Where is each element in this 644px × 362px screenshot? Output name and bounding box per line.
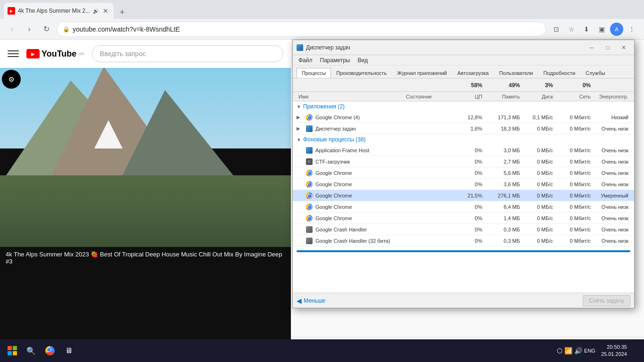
tab-details[interactable]: Подробности (538, 68, 580, 78)
end-task-button[interactable]: Снять задачу (583, 295, 630, 306)
col-header-cpu[interactable]: ЦП (451, 93, 484, 100)
bg-row-chrome2[interactable]: ▶ Google Chrome 0% 3,6 МБ 0 МБ/с 0 Мбит/… (293, 179, 634, 190)
chrome-expand[interactable]: ▶ (297, 115, 304, 120)
tab-performance[interactable]: Производительность (331, 68, 392, 78)
bg-row-chrome1[interactable]: ▶ Google Chrome 0% 5,6 МБ 0 МБ/с 0 Мбит/… (293, 167, 634, 179)
show-desktop-button[interactable] (629, 345, 640, 356)
tab-startup[interactable]: Автозагрузка (452, 68, 494, 78)
appframe-cpu: 0% (451, 148, 484, 153)
save-icon[interactable]: ⬇ (580, 23, 593, 36)
section-background[interactable]: ▼ Фоновые процессы (38) (293, 134, 634, 145)
cast-icon[interactable]: ⊡ (550, 23, 563, 36)
menu-view[interactable]: Вид (354, 56, 372, 65)
sys-sound[interactable]: 🔊 (574, 347, 582, 354)
youtube-search-bar[interactable]: Введіть запрос (92, 45, 283, 62)
stats-disk: 3% (522, 82, 555, 89)
col-header-disk[interactable]: Диск (522, 93, 555, 100)
profile-icon[interactable]: A (610, 23, 623, 36)
crash2-disk: 0 МБ/с (522, 238, 555, 244)
app-row-chrome[interactable]: ▶ Google Chrome (4) 12,8% 171,3 МБ 0,1 М… (293, 112, 634, 123)
tab-close-button[interactable]: ✕ (101, 7, 110, 15)
chrome-app-disk: 0,1 МБ/с (522, 115, 555, 120)
app-row-taskman[interactable]: ▶ Диспетчер задач 1,6% 18,3 МБ 0 МБ/с 0 … (293, 123, 634, 134)
col-header-network[interactable]: Сеть (555, 93, 593, 100)
crash2-energy: Очень низк (593, 238, 630, 244)
browser-tab-active[interactable]: ▶ 4k The Alps Summer Mix 2... 🔊 ✕ (4, 3, 114, 19)
back-button[interactable]: ‹ (6, 23, 19, 36)
refresh-button[interactable]: ↻ (40, 23, 53, 36)
sys-wifi[interactable]: 📶 (564, 347, 572, 354)
taskbar-search[interactable]: 🔍 (23, 342, 40, 359)
col-header-energy[interactable]: Энергопотр. (593, 93, 630, 100)
chrome-bg5-icon (306, 215, 313, 222)
stats-network: 0% (555, 82, 593, 89)
chrome-bg2-net: 0 Мбит/с (555, 181, 593, 187)
tab-audio-icon[interactable]: 🔊 (93, 8, 99, 14)
taskman-maximize-button[interactable]: □ (601, 42, 614, 53)
video-title: 4k The Alps Summer Mix 2023 🍓 Best Of Tr… (0, 247, 291, 269)
bg-row-crash1[interactable]: ▶ Google Crash Handler 0% 0,3 МБ 0 МБ/с … (293, 224, 634, 235)
col-header-name[interactable]: Имя (297, 93, 404, 100)
sidebar-toggle-icon[interactable]: ▣ (595, 23, 608, 36)
less-button[interactable]: ◀ Меньше (297, 297, 325, 304)
menu-file[interactable]: Файл (295, 56, 316, 65)
menu-parameters[interactable]: Параметры (316, 56, 354, 65)
col-header-state[interactable]: Состояние (404, 93, 451, 100)
bg-row-appframe[interactable]: ▶ Application Frame Host 0% 3,0 МБ 0 МБ/… (293, 145, 634, 156)
video-content: ⊙ (0, 68, 291, 247)
bookmark-icon[interactable]: ☆ (565, 23, 578, 36)
sys-lang[interactable]: ENG (584, 348, 595, 354)
taskbar-sys-tray: ⬡ 📶 🔊 ENG (553, 347, 599, 354)
task-manager-content: ▼ Приложения (2) ▶ Google Chrome (4) 12,… (293, 101, 634, 293)
taskman-minimize-button[interactable]: ─ (585, 42, 598, 53)
yt-menu-icon[interactable] (8, 48, 19, 59)
ctf-disk: 0 МБ/с (522, 159, 555, 165)
tab-favicon: ▶ (8, 7, 15, 15)
taskman-close-button[interactable]: ✕ (617, 42, 630, 53)
taskbar-other[interactable]: 🖥 (60, 342, 77, 359)
bg-row-chrome5[interactable]: ▶ Google Chrome 0% 1,4 МБ 0 МБ/с 0 Мбит/… (293, 213, 634, 224)
menu-button[interactable]: ⋮ (625, 23, 638, 36)
ctf-icon: K (306, 158, 313, 165)
tab-services[interactable]: Службы (580, 68, 611, 78)
mountain-3 (118, 90, 240, 184)
chrome-app-name: Google Chrome (4) (315, 115, 404, 120)
bg-row-ctf[interactable]: ▶ K CTF-загрузчик 0% 2,7 МБ 0 МБ/с 0 Мби… (293, 156, 634, 167)
chrome-bg5-mem: 1,4 МБ (484, 215, 522, 221)
taskbar-chrome[interactable] (41, 342, 58, 359)
task-manager-titlebar: Диспетчер задач ─ □ ✕ (293, 40, 634, 55)
appframe-net: 0 Мбит/с (555, 148, 593, 153)
mountain-snow (94, 120, 123, 148)
taskbar-clock[interactable]: 20:50:35 25.01.2024 (601, 344, 627, 358)
bg-row-chrome3[interactable]: ▶ Google Chrome 21,5% 276,1 МБ 0 МБ/с 0 … (293, 190, 634, 201)
forward-button[interactable]: › (23, 23, 36, 36)
chrome-bg2-name: Google Chrome (315, 181, 404, 187)
col-header-memory[interactable]: Память (484, 93, 522, 100)
less-label: Меньше (304, 297, 325, 304)
start-button[interactable] (4, 342, 21, 359)
bg-row-crash2[interactable]: ▶ Google Crash Handler (32 бита) 0% 0,3 … (293, 235, 634, 247)
bg-row-chrome4[interactable]: ▶ Google Chrome 0% 8,4 МБ 0 МБ/с 0 Мбит/… (293, 201, 634, 213)
chrome-bg4-name: Google Chrome (315, 204, 404, 210)
video-player[interactable]: ⊙ (0, 68, 291, 247)
section-apps[interactable]: ▼ Приложения (2) (293, 101, 634, 112)
browser-nav-icons: ⊡ ☆ ⬇ ▣ A ⋮ (550, 23, 638, 36)
youtube-header: YouTube UA Введіть запрос (0, 40, 291, 68)
chrome-bg1-mem: 5,6 МБ (484, 170, 522, 176)
tab-processes[interactable]: Процессы (297, 68, 331, 78)
channel-icon: ⊙ (2, 70, 21, 89)
crash1-mem: 0,3 МБ (484, 227, 522, 232)
section-background-arrow: ▼ (297, 137, 301, 142)
chrome-bg2-icon (306, 181, 313, 188)
tab-users[interactable]: Пользователи (494, 68, 538, 78)
crash2-mem: 0,3 МБ (484, 238, 522, 244)
new-tab-button[interactable]: + (116, 6, 129, 19)
sys-bluetooth[interactable]: ⬡ (557, 347, 562, 354)
tab-app-history[interactable]: Журнал приложений (392, 68, 452, 78)
task-manager-window: Диспетчер задач ─ □ ✕ Файл Параметры Вид… (292, 40, 635, 308)
address-bar[interactable]: 🔒 youtube.com/watch?v=k-8WsndhLtE (57, 22, 546, 37)
youtube-logo[interactable]: YouTube UA (26, 49, 84, 59)
chrome-bg3-energy: Умеренный (593, 193, 630, 198)
browser-window: ▶ 4k The Alps Summer Mix 2... 🔊 ✕ + ‹ › … (0, 0, 644, 362)
taskman-expand[interactable]: ▶ (297, 126, 304, 131)
